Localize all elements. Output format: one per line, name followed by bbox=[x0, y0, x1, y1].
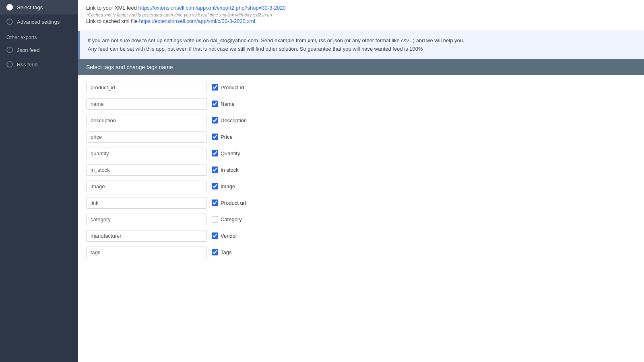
advanced-settings-dot bbox=[6, 19, 13, 25]
tag-input-manufacturer[interactable] bbox=[86, 230, 207, 242]
tag-input-description[interactable] bbox=[86, 115, 207, 126]
sidebar-item-label: Advanced settings bbox=[17, 19, 60, 25]
tag-label-name: Name bbox=[221, 101, 235, 107]
sidebar-item-select-tags[interactable]: Select tags bbox=[0, 0, 78, 14]
tag-label-price: Price bbox=[221, 134, 233, 140]
tag-label-tags: Tags bbox=[221, 249, 231, 255]
tag-input-image[interactable] bbox=[86, 181, 207, 192]
sidebar-item-rss-feed[interactable]: Rss feed bbox=[0, 57, 78, 72]
tag-row: Image bbox=[86, 181, 636, 192]
info-box: If you are not sure how to set up settin… bbox=[78, 31, 644, 59]
tag-checkbox-price[interactable] bbox=[212, 134, 218, 140]
tag-checkbox-in_stock[interactable] bbox=[212, 167, 218, 173]
tag-row: Price bbox=[86, 131, 636, 143]
tag-row: In stock bbox=[86, 164, 636, 176]
tag-row: Product id bbox=[86, 82, 636, 93]
tag-input-name[interactable] bbox=[86, 98, 207, 110]
tag-checkbox-tags[interactable] bbox=[212, 249, 218, 255]
tag-input-price[interactable] bbox=[86, 131, 207, 143]
tag-checkbox-label-link[interactable]: Product url bbox=[212, 200, 246, 206]
sidebar-item-label: Select tags bbox=[17, 4, 43, 10]
tag-label-link: Product url bbox=[221, 200, 246, 206]
select-tags-dot bbox=[6, 4, 13, 10]
cached-link-row: Link to cached xml file https://extensio… bbox=[86, 18, 636, 24]
xml-link-label: Link to your XML feed bbox=[86, 5, 137, 11]
cached-note: *Cached xml is faster and is generated e… bbox=[86, 12, 636, 17]
tag-input-category[interactable] bbox=[86, 214, 207, 225]
cached-url-link[interactable]: https://extensionsell.com/app/xml/c/30-3… bbox=[139, 18, 255, 24]
info-line1: If you are not sure how to set up settin… bbox=[88, 37, 636, 45]
other-exports-label: Other exports bbox=[0, 29, 78, 43]
tag-label-quantity: Quantity bbox=[221, 150, 240, 156]
tag-label-product_id: Product id bbox=[221, 84, 244, 90]
xml-link-row: Link to your XML feed https://extensions… bbox=[86, 5, 636, 11]
tag-checkbox-name[interactable] bbox=[212, 101, 218, 107]
tag-label-image: Image bbox=[221, 183, 235, 189]
tag-row: Category bbox=[86, 214, 636, 225]
tag-checkbox-label-in_stock[interactable]: In stock bbox=[212, 167, 239, 173]
tag-checkbox-description[interactable] bbox=[212, 117, 218, 123]
tag-checkbox-quantity[interactable] bbox=[212, 150, 218, 156]
tag-label-description: Description bbox=[221, 117, 247, 123]
main-content: Link to your XML feed https://extensions… bbox=[78, 0, 644, 362]
tag-row: Vendor bbox=[86, 230, 636, 242]
tag-checkbox-image[interactable] bbox=[212, 183, 218, 189]
top-section: Link to your XML feed https://extensions… bbox=[78, 0, 644, 31]
tag-row: Description bbox=[86, 115, 636, 126]
json-feed-dot bbox=[6, 47, 13, 53]
tag-checkbox-link[interactable] bbox=[212, 200, 218, 206]
tag-row: Name bbox=[86, 98, 636, 110]
tag-checkbox-label-price[interactable]: Price bbox=[212, 134, 233, 140]
tag-input-in_stock[interactable] bbox=[86, 164, 207, 176]
sidebar-item-json-feed[interactable]: Json feed bbox=[0, 43, 78, 57]
tags-form: Product idNameDescriptionPriceQuantityIn… bbox=[78, 75, 644, 269]
sidebar-item-label: Rss feed bbox=[17, 62, 37, 68]
tag-checkbox-label-manufacturer[interactable]: Vendor bbox=[212, 232, 237, 239]
tag-checkbox-label-category[interactable]: Category bbox=[212, 216, 242, 222]
tag-checkbox-label-product_id[interactable]: Product id bbox=[212, 84, 244, 90]
tag-label-in_stock: In stock bbox=[221, 167, 239, 173]
tag-label-manufacturer: Vendor bbox=[221, 233, 237, 239]
tag-checkbox-product_id[interactable] bbox=[212, 84, 218, 90]
cached-link-label: Link to cached xml file bbox=[86, 18, 138, 24]
tag-input-link[interactable] bbox=[86, 197, 207, 209]
xml-url-link[interactable]: https://extensionsell.com/app/xml/export… bbox=[138, 5, 286, 11]
rss-feed-dot bbox=[6, 61, 13, 68]
tag-checkbox-label-image[interactable]: Image bbox=[212, 183, 235, 189]
tag-row: Tags bbox=[86, 247, 636, 258]
tag-checkbox-label-quantity[interactable]: Quantity bbox=[212, 150, 240, 156]
sidebar-item-advanced-settings[interactable]: Advanced settings bbox=[0, 14, 78, 29]
tag-checkbox-category[interactable] bbox=[212, 216, 218, 222]
tag-input-quantity[interactable] bbox=[86, 148, 207, 159]
tag-row: Product url bbox=[86, 197, 636, 209]
tag-label-category: Category bbox=[221, 216, 242, 222]
tag-checkbox-manufacturer[interactable] bbox=[212, 232, 218, 239]
tag-checkbox-label-description[interactable]: Description bbox=[212, 117, 247, 123]
tag-input-tags[interactable] bbox=[86, 247, 207, 258]
tag-checkbox-label-name[interactable]: Name bbox=[212, 101, 235, 107]
tag-input-product_id[interactable] bbox=[86, 82, 207, 93]
info-line2: Any feed can be set with this app, but e… bbox=[88, 45, 636, 53]
sidebar: Select tags Advanced settings Other expo… bbox=[0, 0, 78, 362]
sidebar-item-label: Json feed bbox=[17, 47, 39, 53]
tag-row: Quantity bbox=[86, 148, 636, 159]
section-header: Select tags and change tags name bbox=[78, 59, 644, 75]
tag-checkbox-label-tags[interactable]: Tags bbox=[212, 249, 231, 255]
